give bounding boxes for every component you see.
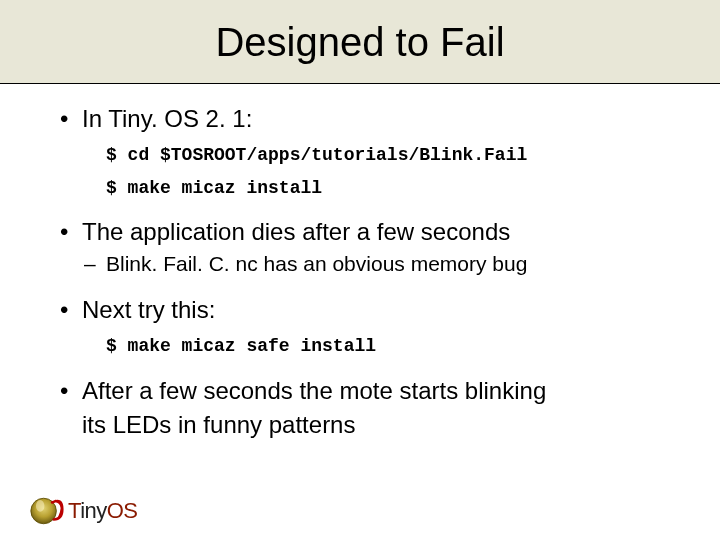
tinyos-logo-icon: [30, 494, 64, 528]
sub-bullet-bug: Blink. Fail. C. nc has an obvious memory…: [60, 251, 680, 277]
bullet-next-try: Next try this:: [60, 295, 680, 325]
slide-title: Designed to Fail: [0, 20, 720, 65]
svg-point-1: [36, 500, 45, 512]
cmd-cd: $ cd $TOSROOT/apps/tutorials/Blink.Fail: [60, 144, 680, 167]
bullet-intro: In Tiny. OS 2. 1:: [60, 104, 680, 134]
slide: Designed to Fail In Tiny. OS 2. 1: $ cd …: [0, 0, 720, 540]
tinyos-logo: TinyOS: [30, 494, 138, 528]
cmd-make-safe: $ make micaz safe install: [60, 335, 680, 358]
bullet-blinking-1: After a few seconds the mote starts blin…: [60, 376, 680, 406]
title-bar: Designed to Fail: [0, 0, 720, 84]
tinyos-logo-text: TinyOS: [68, 498, 138, 524]
bullet-dies: The application dies after a few seconds: [60, 217, 680, 247]
cmd-make-install: $ make micaz install: [60, 177, 680, 200]
slide-content: In Tiny. OS 2. 1: $ cd $TOSROOT/apps/tut…: [0, 84, 720, 440]
bullet-blinking-2: its LEDs in funny patterns: [60, 410, 680, 440]
